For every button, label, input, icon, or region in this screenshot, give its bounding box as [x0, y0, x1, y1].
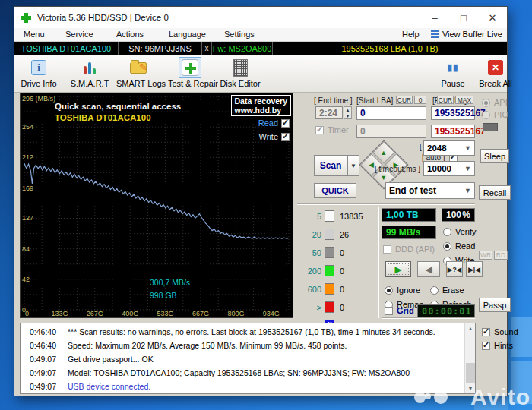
sound-checkbox[interactable]: Sound	[482, 327, 518, 336]
step-back-button[interactable]: ◀	[417, 261, 440, 277]
svg-text:267G: 267G	[87, 310, 103, 317]
legend-row-over: >0	[302, 301, 344, 313]
green-cross-icon	[182, 59, 198, 76]
grid-checkbox[interactable]: Grid	[385, 306, 414, 315]
desktop: Victoria 5.36 HDD/SSD | Device 0 – □ ✕ M…	[0, 0, 532, 410]
legend-row-5: 513835	[302, 210, 363, 222]
end-of-test-select[interactable]: End of test▼	[385, 182, 475, 199]
timeout-select[interactable]: 10000▼	[423, 161, 475, 176]
end-max-button[interactable]: MAX	[455, 96, 473, 104]
scan-dropdown-button[interactable]: ▼	[347, 155, 359, 176]
ddd-checkbox: DDD (API)	[383, 244, 435, 254]
action-ignore-radio[interactable]: Ignore	[385, 285, 420, 295]
svg-text:800G: 800G	[227, 310, 244, 317]
read-checkbox-box[interactable]	[281, 119, 290, 128]
start-lba-input[interactable]: 0	[356, 106, 426, 120]
svg-text:400G: 400G	[122, 310, 138, 317]
window-title: Victoria 5.36 HDD/SSD | Device 0	[37, 13, 169, 22]
start-cur-button[interactable]: CUR	[396, 96, 413, 104]
scan-button[interactable]: Scan	[314, 155, 347, 176]
info-icon: i	[31, 60, 46, 75]
toolbar: i Drive Info S.M.A.R.T SMART Logs Test &…	[14, 55, 507, 93]
divider	[297, 203, 475, 205]
log-row: 0:49:07USB device connected.	[21, 382, 461, 391]
start-test-button[interactable]: ▶	[385, 261, 411, 277]
scrollbar-thumb[interactable]	[466, 363, 475, 384]
scroll-up-arrow[interactable]: ▲	[465, 323, 476, 333]
hints-checkbox[interactable]: Hints	[482, 341, 513, 350]
scan-graph[interactable]: 296 (MB/s)254212169127844200133G267G400G…	[20, 93, 293, 318]
write-checkbox-box[interactable]	[281, 133, 290, 141]
title-bar[interactable]: Victoria 5.36 HDD/SSD | Device 0 – □ ✕	[14, 7, 507, 28]
device-firmware: Fw: MS2OA800	[212, 42, 273, 55]
sleep-button[interactable]: Sleep	[480, 149, 509, 163]
device-bar-close-button[interactable]: x	[202, 42, 212, 55]
start-lba-label: [Start LBA]	[356, 96, 393, 105]
menu-item-service[interactable]: Service	[65, 30, 93, 39]
legend-row-200: 2000	[302, 265, 344, 276]
device-lba: 1953525168 LBA (1,0 TB)	[273, 42, 507, 55]
bars-icon	[84, 61, 96, 74]
menu-item-language[interactable]: Language	[169, 30, 206, 39]
end-time-label: [ End time ]	[314, 96, 353, 105]
activity-led	[483, 123, 498, 131]
quick-button[interactable]: QUICK	[314, 183, 356, 198]
avito-watermark: Avito	[470, 384, 530, 410]
test-control-panel: [ End time ] 2:24 ▲▼ Timer [Start LBA] C…	[296, 93, 476, 318]
end-lba-input[interactable]: 1953525167	[431, 106, 475, 120]
pause-button[interactable]: ▮▮ Pause	[431, 57, 475, 88]
hex-grid-icon	[233, 59, 248, 77]
action-erase-radio[interactable]: Erase	[430, 285, 464, 295]
menu-item-menu[interactable]: Menu	[24, 30, 45, 39]
write-checkbox[interactable]: Write	[259, 132, 290, 141]
device-serial: SN: 96MPJJ3NS	[119, 42, 202, 55]
smart-button[interactable]: S.M.A.R.T	[68, 57, 112, 88]
wr-button: WR	[479, 251, 492, 260]
rd-button: RD	[494, 251, 508, 260]
end-lba-input-2: 1953525167	[431, 125, 475, 138]
list-icon	[431, 30, 439, 38]
svg-text:254: 254	[22, 123, 33, 131]
svg-text:296 (MB/s): 296 (MB/s)	[22, 95, 55, 102]
smart-logs-button[interactable]: SMART Logs	[116, 57, 160, 88]
svg-text:84: 84	[22, 245, 30, 253]
end-time-spinner[interactable]: ▲▼	[344, 106, 352, 119]
svg-text:42: 42	[22, 276, 30, 283]
folder-pencil-icon	[130, 62, 147, 74]
svg-text:127: 127	[22, 214, 33, 222]
drive-info-button[interactable]: i Drive Info	[17, 57, 61, 88]
timeout-label: [ timeout,ms ]	[375, 165, 420, 173]
test-repair-button[interactable]: Test & Repair	[168, 57, 212, 88]
block-size-select[interactable]: 2048▼	[423, 140, 475, 156]
end-cur-button[interactable]: CUR	[437, 96, 454, 104]
menu-item-settings[interactable]: Settings	[224, 30, 255, 39]
log-row: 0:46:40*** Scan results: no warnings, no…	[21, 327, 461, 336]
pio-radio: PIO	[482, 110, 508, 119]
svg-text:169: 169	[22, 184, 33, 192]
disk-editor-button[interactable]: Disk Editor	[218, 57, 262, 88]
break-all-button[interactable]: ✕ Break All	[473, 57, 518, 88]
graph-title: Quick scan, sequential access	[55, 102, 181, 111]
log-panel[interactable]: 0:46:40*** Scan results: no warnings, no…	[20, 323, 476, 394]
maximize-button[interactable]: □	[449, 7, 478, 28]
mode-verify-radio[interactable]: Verify	[443, 227, 477, 236]
recall-button[interactable]: Recall	[479, 185, 511, 200]
svg-text:934G: 934G	[263, 310, 280, 317]
minimize-button[interactable]: –	[420, 7, 449, 28]
percent-display: 100%	[442, 208, 475, 222]
read-checkbox[interactable]: Read	[258, 118, 290, 128]
log-row: 0:49:07Get drive passport... OK	[21, 355, 461, 364]
mode-read-radio[interactable]: Read	[443, 241, 475, 251]
close-button[interactable]: ✕	[478, 7, 507, 28]
passp-button[interactable]: Passp	[479, 298, 511, 312]
graph-device: TOSHIBA DT01ACA100	[55, 113, 151, 122]
timer-checkbox[interactable]: Timer	[315, 125, 349, 134]
log-scrollbar[interactable]: ▲ ▼	[464, 323, 475, 393]
svg-text:533G: 533G	[157, 310, 174, 317]
seek-test-button[interactable]: ▶?◀	[446, 261, 463, 277]
menu-item-actions[interactable]: Actions	[116, 30, 144, 39]
end-time-value: 2:24	[315, 106, 343, 119]
menu-item-help[interactable]: Help	[402, 30, 420, 39]
view-buffer-live[interactable]: View Buffer Live	[431, 30, 502, 39]
start-zero-button[interactable]: 0	[414, 96, 426, 104]
